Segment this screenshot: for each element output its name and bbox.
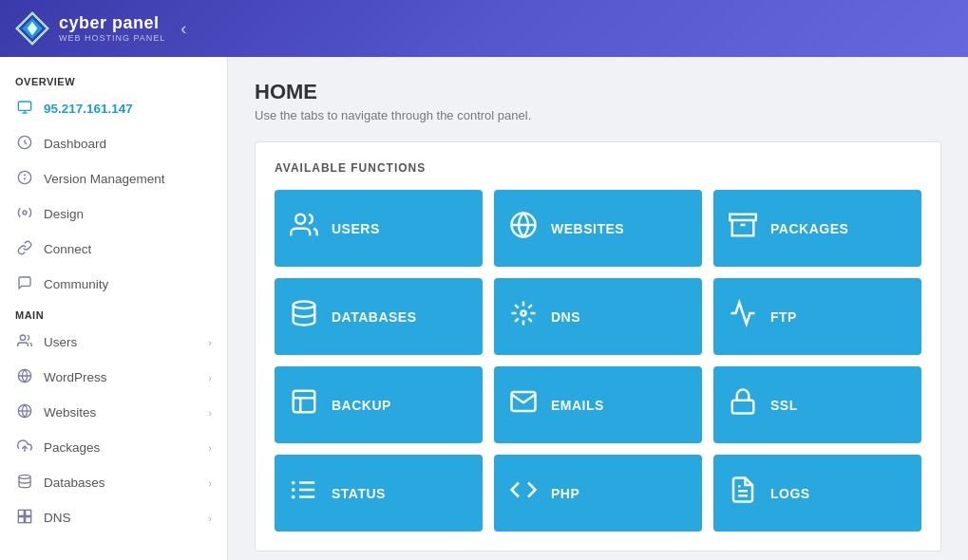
dns-arrow: › xyxy=(208,513,212,524)
tile-logs[interactable]: LOGS xyxy=(713,455,921,532)
svg-rect-17 xyxy=(18,510,24,515)
community-icon xyxy=(15,275,34,293)
design-icon xyxy=(15,205,34,223)
tile-php-label: PHP xyxy=(551,486,579,501)
logo-text: cyber panel WEB HOSTING PANEL xyxy=(59,14,165,43)
header: cyber panel WEB HOSTING PANEL ‹ xyxy=(0,0,968,57)
tile-databases-label: DATABASES xyxy=(332,309,417,325)
svg-point-26 xyxy=(294,302,315,309)
svg-rect-3 xyxy=(18,102,30,110)
tile-dns[interactable]: DNS xyxy=(494,278,702,355)
tile-websites-icon xyxy=(509,211,538,246)
sidebar-item-users[interactable]: Users › xyxy=(0,325,227,360)
websites-icon xyxy=(15,403,34,421)
svg-point-21 xyxy=(295,215,305,224)
sidebar-item-websites[interactable]: Websites › xyxy=(0,395,227,430)
tile-backup-icon xyxy=(290,387,318,422)
sidebar-item-wordpress[interactable]: WordPress › xyxy=(0,360,227,395)
tile-emails[interactable]: EMAILS xyxy=(494,366,702,443)
tile-ssl[interactable]: SSL xyxy=(713,366,921,443)
sidebar-item-version[interactable]: Version Management xyxy=(0,161,227,196)
layout: OVERVIEW 95.217.161.147 Dashboard Versio… xyxy=(0,57,968,560)
community-label: Community xyxy=(44,277,212,291)
logo-icon xyxy=(15,11,49,46)
packages-icon xyxy=(15,439,34,457)
databases-arrow: › xyxy=(208,477,212,489)
databases-label: Databases xyxy=(44,476,199,490)
tile-php-icon xyxy=(509,476,538,511)
tile-websites[interactable]: WEBSITES xyxy=(494,190,702,267)
tile-dns-icon xyxy=(509,299,538,334)
info-icon xyxy=(15,170,34,188)
tile-dns-label: DNS xyxy=(551,309,580,325)
tile-websites-label: WEBSITES xyxy=(551,221,624,236)
tile-databases[interactable]: DATABASES xyxy=(275,278,483,355)
databases-icon xyxy=(15,474,34,492)
tile-php[interactable]: PHP xyxy=(494,455,702,532)
tile-users-label: USERS xyxy=(332,221,380,236)
svg-rect-28 xyxy=(294,391,315,413)
svg-point-10 xyxy=(23,211,27,215)
monitor-icon xyxy=(15,100,34,118)
svg-point-11 xyxy=(20,335,25,340)
page-title: HOME xyxy=(255,80,941,104)
logo: cyber panel WEB HOSTING PANEL xyxy=(15,11,165,46)
page-subtitle: Use the tabs to navigate through the con… xyxy=(255,108,941,122)
dns-icon xyxy=(15,509,34,527)
svg-rect-18 xyxy=(26,510,31,515)
functions-grid: USERS WEBSITES PACKAGES xyxy=(275,190,921,532)
connect-label: Connect xyxy=(44,242,212,256)
sidebar-toggle[interactable]: ‹ xyxy=(180,19,186,39)
sidebar-item-design[interactable]: Design xyxy=(0,196,227,232)
sidebar-item-dashboard[interactable]: Dashboard xyxy=(0,126,227,161)
tile-ftp[interactable]: FTP xyxy=(713,278,921,355)
main-section-label: MAIN xyxy=(0,302,227,325)
tile-users[interactable]: USERS xyxy=(275,190,483,267)
users-label: Users xyxy=(44,335,199,349)
dashboard-icon xyxy=(15,135,34,153)
tile-emails-icon xyxy=(509,387,538,422)
tile-packages-icon xyxy=(729,211,757,246)
tile-status[interactable]: STATUS xyxy=(275,455,483,532)
sidebar-item-connect[interactable]: Connect xyxy=(0,232,227,267)
packages-arrow: › xyxy=(208,442,212,454)
functions-title: AVAILABLE FUNCTIONS xyxy=(275,161,921,175)
tile-packages[interactable]: PACKAGES xyxy=(713,190,921,267)
connect-icon xyxy=(15,240,34,258)
logo-name: cyber panel xyxy=(59,14,165,33)
sidebar-item-ip[interactable]: 95.217.161.147 xyxy=(0,91,227,126)
sidebar-item-packages[interactable]: Packages › xyxy=(0,430,227,465)
overview-section-label: OVERVIEW xyxy=(0,68,227,91)
packages-label: Packages xyxy=(44,440,199,455)
tile-ftp-label: FTP xyxy=(770,309,797,325)
design-label: Design xyxy=(44,207,212,221)
sidebar-item-community[interactable]: Community xyxy=(0,267,227,302)
svg-rect-20 xyxy=(26,517,31,523)
tile-ftp-icon xyxy=(729,299,757,334)
dashboard-label: Dashboard xyxy=(44,137,212,151)
sidebar-item-databases[interactable]: Databases › xyxy=(0,465,227,500)
main-content: HOME Use the tabs to navigate through th… xyxy=(228,57,968,560)
functions-panel: AVAILABLE FUNCTIONS USERS WEBSITES xyxy=(255,141,941,551)
tile-backup[interactable]: BACKUP xyxy=(275,366,483,443)
svg-point-16 xyxy=(19,475,30,478)
tile-ssl-label: SSL xyxy=(770,398,798,413)
svg-point-27 xyxy=(522,311,526,316)
logo-sub: WEB HOSTING PANEL xyxy=(59,33,165,43)
users-arrow: › xyxy=(208,337,212,348)
tile-users-icon xyxy=(290,211,318,246)
wordpress-arrow: › xyxy=(208,372,212,383)
tile-emails-label: EMAILS xyxy=(551,398,604,413)
svg-rect-24 xyxy=(730,215,756,220)
sidebar: OVERVIEW 95.217.161.147 Dashboard Versio… xyxy=(0,57,228,560)
websites-label: Websites xyxy=(44,405,199,420)
websites-arrow: › xyxy=(208,407,212,419)
wordpress-label: WordPress xyxy=(44,370,199,384)
tile-databases-icon xyxy=(290,299,318,334)
svg-rect-19 xyxy=(18,517,24,523)
tile-logs-label: LOGS xyxy=(770,486,810,501)
svg-rect-31 xyxy=(732,401,754,414)
tile-status-icon xyxy=(290,476,318,511)
version-label: Version Management xyxy=(44,172,212,186)
sidebar-item-dns[interactable]: DNS › xyxy=(0,500,227,535)
